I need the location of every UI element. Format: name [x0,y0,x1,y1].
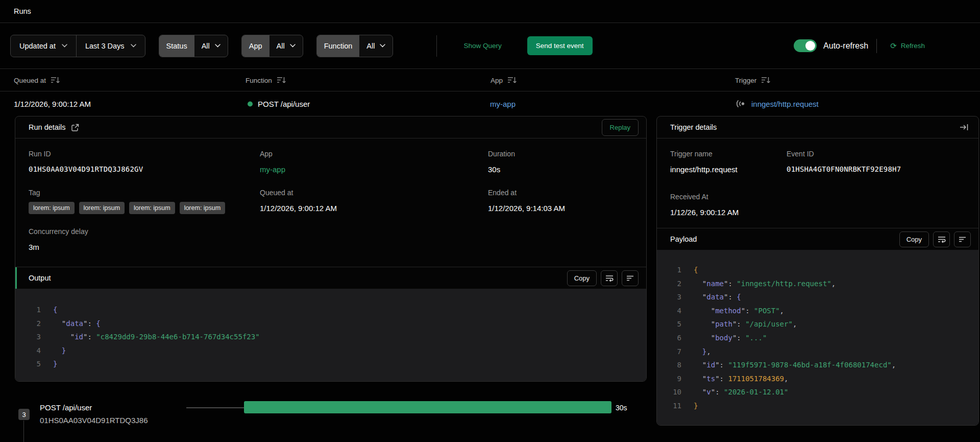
row-app-link[interactable]: my-app [490,100,516,108]
run-details-header: Run details Replay [15,117,646,138]
date-range-dropdown[interactable]: Last 3 Days [76,35,145,57]
chevron-down-icon [131,44,136,48]
filter-bar: Updated at Last 3 Days Status All App Al… [0,23,980,69]
page-title: Runs [14,7,31,15]
timeline-step-id: 01HS0AA03V04D91RTDQ3J86 [40,416,148,425]
duration-label: Duration [488,150,515,158]
row-trigger-link[interactable]: inngest/http.request [751,100,819,108]
sort-desc-icon [507,76,517,84]
app-filter-label: App [242,35,270,57]
timeline-step-count-badge: 3 [18,409,30,420]
received-at-value: 1/12/26, 9:00:12 AM [670,208,739,217]
trigger-name-value: inngest/http.request [670,165,738,174]
sort-desc-icon [51,76,60,84]
timeline-connector-line [186,407,244,408]
status-dot-completed [248,101,253,106]
open-external-icon[interactable] [71,124,79,131]
event-trigger-icon [736,100,747,108]
show-query-button[interactable]: Show Query [463,42,501,50]
queued-at-value: 1/12/2026, 9:00:12 AM [260,204,337,213]
timeline-step-name[interactable]: POST /api/user [40,403,92,412]
filter-divider [436,35,437,57]
app-label: App [260,150,273,158]
run-details-panel: Run details Replay Run ID 01HS0AA03V04D9… [15,116,647,382]
column-header-app[interactable]: App [491,76,517,84]
code-line: 11} [668,399,978,413]
status-filter-dropdown[interactable]: Status All [159,35,228,57]
line-number: 9 [668,372,681,386]
column-header-function[interactable]: Function [246,76,286,84]
wrap-text-button[interactable] [933,231,950,247]
status-filter-label: Status [159,35,194,57]
tag-chip: lorem: ipsum [79,202,125,214]
collapse-panel-icon[interactable] [960,124,968,131]
copy-payload-button[interactable]: Copy [899,231,929,247]
code-line: 10 "v": "2026-01-12.01" [668,385,978,399]
duration-value: 30s [488,165,500,174]
code-line: 1{ [28,303,646,317]
timeline-tree-line [23,421,24,442]
code-line: 6 "body": "..." [668,331,978,345]
runs-table-header: Queued at Function App Trigger [0,69,980,91]
chevron-down-icon [290,44,296,48]
trigger-details-fields: Trigger name inngest/http.request Event … [657,138,978,228]
copy-output-button[interactable]: Copy [567,270,597,286]
output-code-block: 1{2 "data": {3 "id": "c8429dd9-29b8-44e6… [15,289,646,381]
trigger-details-header: Trigger details [657,117,978,138]
chevron-down-icon [380,44,385,48]
run-details-fields: Run ID 01HS0AA03V04D91RTDQ3J862GV App my… [15,138,646,267]
line-number: 7 [668,345,681,359]
payload-code-block: 1{2 "name": "inngest/http.request",3 "da… [657,250,978,425]
wrap-text-icon [938,236,946,243]
format-lines-button[interactable] [954,231,971,247]
align-left-icon [959,237,966,242]
sort-by-dropdown[interactable]: Updated at [11,35,76,57]
app-filter-dropdown[interactable]: App All [241,35,303,57]
output-accent-bar [15,267,17,289]
line-number: 2 [28,317,41,331]
output-title: Output [29,274,51,282]
line-number: 1 [28,303,41,317]
code-line: 8 "id": "119f5971-9878-46bd-a18f-4f06801… [668,358,978,372]
status-filter-value: All [202,42,210,50]
function-filter-dropdown[interactable]: Function All [316,35,394,57]
tag-chip: lorem: ipsum [180,202,226,214]
wrap-text-icon [605,275,614,282]
sort-desc-icon [761,76,770,84]
code-line: 7 }, [668,345,978,359]
timeline-duration-bar[interactable] [244,401,611,413]
app-value-link[interactable]: my-app [260,165,285,174]
row-queued-at: 1/12/2026, 9:00:12 AM [14,100,91,108]
row-trigger[interactable]: inngest/http.request [736,100,819,108]
toggle-knob [805,41,815,51]
runs-page: Runs Updated at Last 3 Days Status All A… [0,0,980,442]
wrap-text-button[interactable] [601,270,618,286]
column-header-trigger[interactable]: Trigger [735,76,770,84]
line-number: 4 [28,344,41,358]
time-filter-group: Updated at Last 3 Days [10,35,145,57]
received-at-label: Received At [670,193,708,201]
chevron-down-icon [215,44,220,48]
ended-at-label: Ended at [488,189,517,197]
code-line: 1{ [668,263,978,277]
replay-button[interactable]: Replay [602,119,639,136]
auto-refresh-toggle[interactable] [794,39,817,52]
trigger-name-label: Trigger name [670,150,713,158]
format-lines-button[interactable] [622,270,639,286]
row-function[interactable]: POST /api/user [248,100,310,108]
align-left-icon [626,275,634,281]
line-number: 3 [28,330,41,344]
refresh-divider [876,39,877,53]
line-number: 1 [668,263,681,277]
sort-desc-icon [277,76,286,84]
tag-chip-row: lorem: ipsum lorem: ipsum lorem: ipsum l… [29,202,225,214]
column-header-queued-at[interactable]: Queued at [14,76,60,84]
refresh-button[interactable]: ⟳ Refresh [890,42,925,50]
code-line: 2 "name": "inngest/http.request", [668,277,978,291]
code-line: 3 "id": "c8429dd9-29b8-44e6-b714-767d34c… [28,330,646,344]
run-details-title: Run details [29,123,66,131]
run-id-value: 01HS0AA03V04D91RTDQ3J862GV [29,165,143,173]
function-filter-label: Function [317,35,360,57]
run-table-row[interactable]: 1/12/2026, 9:00:12 AM POST /api/user my-… [0,91,980,116]
send-test-event-button[interactable]: Send test event [527,36,593,55]
